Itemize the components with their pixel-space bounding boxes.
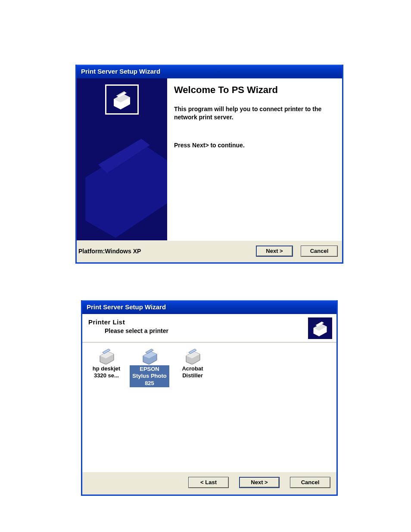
printer-label: hp deskjet 3320 se... xyxy=(87,365,126,380)
window-body: Printer List Please select a printer hp … xyxy=(82,314,336,472)
wizard-logo-frame xyxy=(105,84,139,115)
cancel-button[interactable]: Cancel xyxy=(301,246,338,257)
titlebar[interactable]: Print Server Setup Wizard xyxy=(77,65,342,78)
printer-item-hp-deskjet[interactable]: hp deskjet 3320 se... xyxy=(87,348,126,387)
sidebar-bg-printer-icon xyxy=(77,130,167,240)
printer-icon xyxy=(97,348,115,364)
last-button[interactable]: < Last xyxy=(188,477,229,488)
printer-icon xyxy=(184,348,202,364)
printer-icon xyxy=(140,348,159,364)
wizard-instruction-text: Press Next> to continue. xyxy=(174,141,335,149)
wizard-footer: < Last Next > Cancel xyxy=(82,472,336,492)
next-button[interactable]: Next > xyxy=(256,246,293,257)
window-title: Print Server Setup Wizard xyxy=(87,303,166,311)
printer-list: hp deskjet 3320 se... EPSON Stylus Photo… xyxy=(82,343,336,392)
printer-list-header: Printer List Please select a printer xyxy=(82,314,336,334)
wizard-intro-text: This program will help you to connect pr… xyxy=(174,105,335,121)
window-title: Print Server Setup Wizard xyxy=(81,68,160,75)
wizard-window-welcome: Print Server Setup Wizard xyxy=(75,65,343,264)
titlebar[interactable]: Print Server Setup Wizard xyxy=(82,300,336,314)
printer-icon xyxy=(110,90,134,109)
printer-icon xyxy=(311,320,330,336)
wizard-footer: Platform:Windows XP Next > Cancel xyxy=(77,240,342,261)
next-button[interactable]: Next > xyxy=(239,477,280,488)
window-body: Welcome To PS Wizard This program will h… xyxy=(77,78,342,240)
wizard-heading: Welcome To PS Wizard xyxy=(174,84,335,96)
printer-list-title: Printer List xyxy=(88,318,330,326)
printer-list-subtitle: Please select a printer xyxy=(88,327,330,334)
printer-item-epson-stylus[interactable]: EPSON Stylus Photo 825 xyxy=(130,348,169,387)
printer-item-acrobat-distiller[interactable]: Acrobat Distiller xyxy=(173,348,212,387)
cancel-button[interactable]: Cancel xyxy=(290,477,330,488)
printer-label: EPSON Stylus Photo 825 xyxy=(130,365,169,387)
printer-label: Acrobat Distiller xyxy=(173,365,212,380)
corner-logo xyxy=(308,317,332,339)
platform-label: Platform:Windows XP xyxy=(78,248,248,255)
wizard-window-printer-list: Print Server Setup Wizard Printer List P… xyxy=(81,300,338,496)
wizard-sidebar xyxy=(77,78,167,240)
wizard-content: Welcome To PS Wizard This program will h… xyxy=(167,78,342,240)
